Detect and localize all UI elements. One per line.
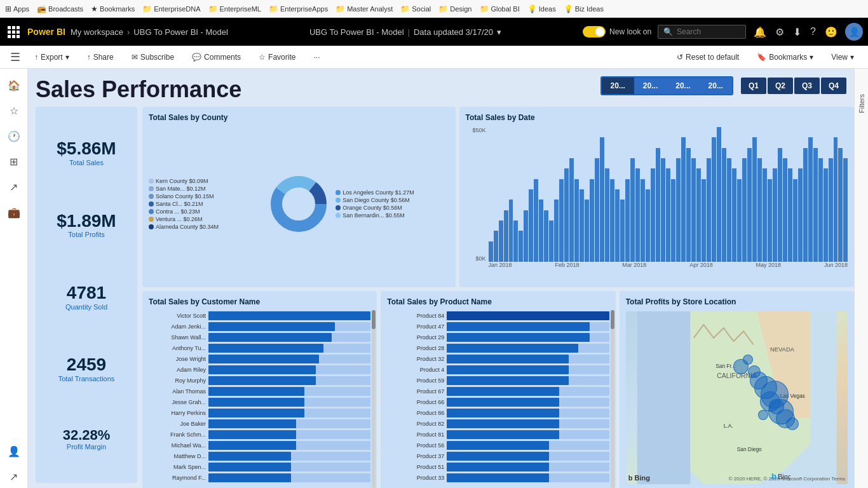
ts-bar	[641, 179, 645, 262]
comments-button[interactable]: 💬 Comments	[188, 50, 245, 64]
ts-bar	[747, 148, 752, 262]
hamburger-menu[interactable]: ☰	[10, 50, 20, 64]
ts-bar	[702, 179, 706, 262]
ts-bar	[656, 148, 660, 262]
bm-broadcasts[interactable]: 📻 Broadcasts	[37, 4, 83, 13]
sidebar-user[interactable]: 👤	[3, 440, 25, 463]
donut-container: Kern County $0.09M San Mate... $0.12M So…	[149, 127, 449, 281]
sidebar-expand[interactable]: ↗	[3, 465, 25, 488]
ts-bar	[574, 179, 579, 262]
bm-bizideas[interactable]: 💡 Biz Ideas	[564, 4, 604, 13]
customer-bar-row: Joe Baker $22K	[149, 419, 370, 428]
breadcrumb-report[interactable]: UBG To Power BI - Model	[133, 27, 228, 37]
ts-bar	[793, 179, 797, 262]
quantity-sold-label: Quantity Sold	[41, 303, 132, 311]
q3-btn[interactable]: Q3	[794, 78, 820, 94]
ts-bar	[513, 220, 518, 262]
donut-svg	[267, 172, 330, 236]
ts-chart-area	[489, 127, 848, 262]
map-bubble	[786, 417, 799, 430]
sidebar-apps[interactable]: ⊞	[3, 150, 25, 173]
ts-bar	[829, 158, 833, 262]
sidebar-workspaces[interactable]: 💼	[3, 201, 25, 224]
waffle-menu[interactable]	[5, 24, 22, 41]
notification-icon[interactable]: 🔔	[752, 25, 768, 39]
toggle-pill[interactable]	[583, 26, 606, 37]
date-chart-panel: Total Sales by Date $50K $0K Jan 2018 Fe…	[459, 107, 854, 287]
customer-bar-row: Frank Schm... $22K	[149, 430, 370, 439]
search-input[interactable]	[677, 27, 740, 36]
bm-design[interactable]: 📁 Design	[438, 4, 471, 13]
total-transactions-value: 2459	[41, 355, 132, 375]
scrollbar-track[interactable]	[372, 310, 376, 488]
download-icon[interactable]: ⬇	[792, 25, 803, 39]
q2-btn[interactable]: Q2	[768, 78, 793, 94]
profit-margin-label: Profit Margin	[41, 443, 132, 451]
ts-bar	[813, 148, 818, 262]
settings-icon[interactable]: ⚙	[774, 25, 785, 39]
q1-btn[interactable]: Q1	[741, 78, 766, 94]
export-button[interactable]: ↑ Export ▾	[31, 50, 73, 64]
bm-bookmarks[interactable]: ★ Bookmarks	[91, 4, 135, 13]
ts-bar	[544, 210, 548, 262]
customer-bar-row: Alan Thomas $24K	[149, 387, 370, 396]
chevron-down-icon[interactable]: ▾	[497, 27, 501, 37]
more-button[interactable]: ···	[309, 50, 323, 64]
scrollbar-thumb[interactable]	[372, 310, 376, 329]
total-transactions-label: Total Transactions	[41, 375, 132, 383]
product-scrollbar-track[interactable]	[611, 310, 614, 488]
filters-label[interactable]: Filters	[858, 94, 865, 113]
charts-area: Total Sales by County Kern County $0.09M…	[142, 107, 854, 483]
ts-y-axis: $50K $0K	[466, 127, 489, 262]
reset-button[interactable]: ↺ Reset to default	[673, 50, 743, 64]
subscribe-button[interactable]: ✉ Subscribe	[128, 50, 178, 64]
kpi-total-profits: $1.89M Total Profits	[41, 212, 132, 239]
sidebar-favorites[interactable]: ☆	[3, 99, 25, 122]
q4-btn[interactable]: Q4	[821, 78, 846, 94]
bookmarks-button[interactable]: 🔖 Bookmarks ▾	[753, 50, 817, 64]
ts-bar	[635, 168, 640, 262]
legend-contra: Contra ... $0.23M	[149, 208, 262, 215]
favorite-button[interactable]: ☆ Favorite	[255, 50, 299, 64]
year-btn-1[interactable]: 20...	[602, 78, 634, 94]
sidebar-home[interactable]: 🏠	[3, 74, 25, 97]
avatar-icon[interactable]: 👤	[845, 23, 863, 41]
breadcrumb-workspace[interactable]: My workspace	[71, 27, 123, 37]
bm-ideas[interactable]: 💡 Ideas	[527, 4, 556, 13]
bm-apps[interactable]: ⊞ Apps	[5, 4, 29, 13]
year-btn-4[interactable]: 20...	[700, 78, 732, 94]
product-bar-chart: Product 84 $0.16M Product 47 $0.14M Prod…	[387, 311, 609, 484]
filter-buttons: 20... 20... 20... 20... Q1 Q2 Q3 Q4	[600, 76, 847, 95]
view-button[interactable]: View ▾	[827, 50, 858, 64]
bm-globalbi[interactable]: 📁 Global BI	[480, 4, 520, 13]
product-scrollbar-thumb[interactable]	[611, 310, 614, 329]
bm-enterpriseapps[interactable]: 📁 EnterpriseApps	[269, 4, 328, 13]
sidebar-recent[interactable]: 🕐	[3, 125, 25, 147]
search-box[interactable]: 🔍	[658, 25, 746, 39]
customer-bar-row: Jesse Grah... $24K	[149, 398, 370, 407]
sidebar-shared[interactable]: ↗	[3, 175, 25, 198]
year-btn-3[interactable]: 20...	[667, 78, 699, 94]
emoji-icon[interactable]: 🙂	[824, 25, 839, 39]
bm-social[interactable]: 📁 Social	[400, 4, 431, 13]
bm-masteranalyst[interactable]: 📁 Master Analyst	[336, 4, 393, 13]
ts-bar	[489, 241, 493, 262]
bm-enterpriseml[interactable]: 📁 EnterpriseML	[208, 4, 261, 13]
share-button[interactable]: ↑ Share	[83, 50, 118, 64]
total-sales-label: Total Sales	[41, 159, 132, 166]
year-btn-2[interactable]: 20...	[634, 78, 667, 94]
comments-icon: 💬	[192, 53, 201, 62]
product-bar-row: Product 28 $0.13M	[387, 344, 609, 353]
search-icon: 🔍	[663, 27, 673, 36]
product-bar-row: Product 37 $0.10M	[387, 452, 609, 461]
ts-bar	[600, 137, 604, 262]
ts-bar	[646, 189, 650, 262]
bm-enterprisedna[interactable]: 📁 EnterpriseDNA	[142, 4, 200, 13]
legend-santacl: Santa Cl... $0.21M	[149, 201, 262, 207]
top-bar: Power BI My workspace › UBG To Power BI …	[0, 18, 868, 46]
new-look-toggle[interactable]: New look on	[583, 26, 651, 37]
legend-orange: Orange County $0.56M	[336, 205, 449, 211]
help-icon[interactable]: ?	[809, 25, 817, 39]
left-sidebar: 🏠 ☆ 🕐 ⊞ ↗ 💼 👤 ↗	[0, 69, 28, 488]
profit-margin-value: 32.28%	[41, 428, 132, 443]
